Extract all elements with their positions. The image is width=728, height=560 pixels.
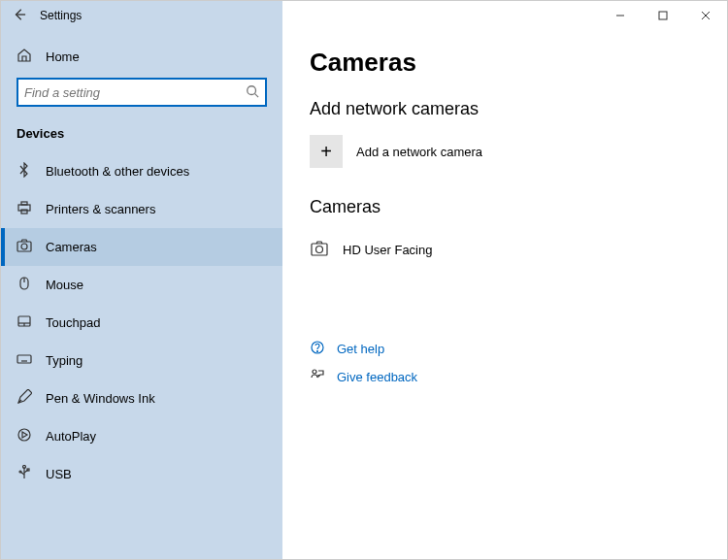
printer-icon (17, 200, 32, 218)
help-section: Get help Give feedback (310, 335, 700, 391)
back-icon[interactable] (13, 8, 26, 24)
sidebar-item-label: Cameras (46, 240, 97, 254)
sidebar-item-typing[interactable]: Typing (1, 342, 282, 379)
sidebar-item-label: Touchpad (46, 315, 100, 330)
camera-device-item[interactable]: HD User Facing (310, 233, 700, 267)
sidebar-item-label: USB (46, 467, 72, 481)
get-help-link[interactable]: Get help (337, 342, 384, 356)
plus-icon: + (310, 135, 343, 168)
sidebar-item-touchpad[interactable]: Touchpad (1, 304, 282, 342)
svg-rect-16 (17, 355, 31, 363)
window-body: Home Devices Bluetooth & other dev (1, 30, 727, 559)
give-feedback-row[interactable]: Give feedback (310, 363, 700, 391)
window-title: Settings (40, 9, 82, 22)
svg-point-30 (317, 351, 318, 352)
sidebar-section-label: Devices (1, 120, 282, 152)
home-label: Home (46, 49, 80, 64)
feedback-icon (310, 368, 325, 386)
maximize-button[interactable] (642, 1, 684, 30)
camera-icon (17, 238, 32, 256)
autoplay-icon (17, 427, 32, 445)
titlebar-left: Settings (1, 1, 282, 30)
main-content: Cameras Add network cameras + Add a netw… (282, 30, 727, 559)
add-button-label: Add a network camera (356, 145, 482, 159)
svg-point-10 (21, 244, 27, 249)
device-name: HD User Facing (343, 243, 432, 257)
svg-rect-1 (659, 12, 667, 19)
search-icon (246, 84, 259, 101)
touchpad-icon (17, 313, 32, 332)
home-icon (17, 48, 32, 66)
svg-point-28 (316, 247, 323, 253)
camera-icon (310, 239, 329, 261)
sidebar-item-label: Mouse (46, 278, 83, 292)
titlebar: Settings (1, 1, 727, 30)
page-title: Cameras (310, 48, 700, 78)
pen-icon (17, 389, 32, 408)
sidebar-item-label: AutoPlay (46, 429, 96, 444)
add-section-title: Add network cameras (310, 99, 700, 119)
add-network-camera-button[interactable]: + Add a network camera (310, 135, 700, 168)
sidebar-item-label: Typing (46, 353, 83, 368)
mouse-icon (17, 276, 32, 294)
give-feedback-link[interactable]: Give feedback (337, 370, 417, 384)
help-icon (310, 340, 325, 358)
get-help-row[interactable]: Get help (310, 335, 700, 363)
sidebar-item-label: Bluetooth & other devices (46, 164, 189, 179)
sidebar-item-label: Pen & Windows Ink (46, 391, 155, 406)
svg-point-31 (313, 370, 316, 374)
sidebar: Home Devices Bluetooth & other dev (1, 30, 282, 559)
search-box[interactable] (17, 78, 267, 107)
svg-point-22 (18, 429, 30, 441)
home-button[interactable]: Home (1, 40, 282, 78)
settings-window: Settings Home (0, 0, 728, 560)
svg-rect-7 (21, 202, 27, 205)
sidebar-item-bluetooth[interactable]: Bluetooth & other devices (1, 152, 282, 190)
bluetooth-icon (17, 162, 32, 181)
sidebar-item-usb[interactable]: USB (1, 455, 282, 493)
window-controls (599, 1, 727, 30)
sidebar-item-printers[interactable]: Printers & scanners (1, 190, 282, 228)
minimize-button[interactable] (599, 1, 642, 30)
keyboard-icon (17, 351, 32, 370)
svg-rect-27 (312, 244, 327, 255)
svg-point-4 (248, 85, 256, 94)
close-button[interactable] (684, 1, 727, 30)
search-input[interactable] (24, 85, 246, 100)
sidebar-item-cameras[interactable]: Cameras (1, 228, 282, 266)
sidebar-item-label: Printers & scanners (46, 202, 155, 216)
sidebar-item-mouse[interactable]: Mouse (1, 266, 282, 304)
svg-line-5 (255, 93, 259, 97)
search-wrap (1, 78, 282, 120)
usb-icon (17, 465, 32, 483)
list-section-title: Cameras (310, 197, 700, 217)
sidebar-item-pen[interactable]: Pen & Windows Ink (1, 379, 282, 417)
sidebar-item-autoplay[interactable]: AutoPlay (1, 417, 282, 455)
